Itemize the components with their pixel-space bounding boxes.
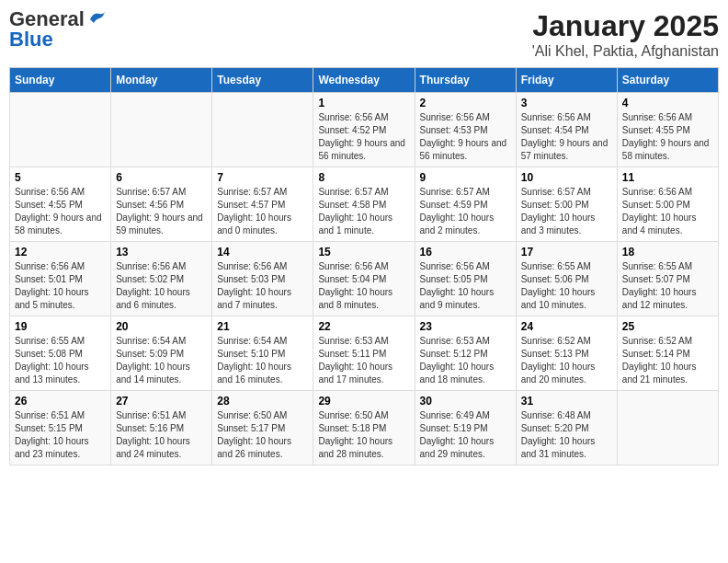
- day-info: Sunrise: 6:57 AM Sunset: 4:58 PM Dayligh…: [318, 186, 409, 237]
- day-info: Sunrise: 6:57 AM Sunset: 4:57 PM Dayligh…: [217, 186, 308, 237]
- day-number: 17: [521, 246, 612, 259]
- calendar-cell: [10, 93, 111, 167]
- day-info: Sunrise: 6:56 AM Sunset: 4:54 PM Dayligh…: [521, 111, 612, 163]
- day-number: 2: [420, 97, 511, 109]
- calendar-cell: 24Sunrise: 6:52 AM Sunset: 5:13 PM Dayli…: [516, 316, 617, 391]
- logo-blue-text: Blue: [9, 29, 53, 50]
- calendar-cell: 5Sunrise: 6:56 AM Sunset: 4:55 PM Daylig…: [10, 167, 111, 242]
- day-info: Sunrise: 6:57 AM Sunset: 5:00 PM Dayligh…: [521, 186, 612, 237]
- day-info: Sunrise: 6:52 AM Sunset: 5:13 PM Dayligh…: [521, 335, 612, 386]
- day-of-week-header: Tuesday: [212, 68, 313, 93]
- day-number: 27: [116, 395, 207, 408]
- calendar-cell: 21Sunrise: 6:54 AM Sunset: 5:10 PM Dayli…: [212, 316, 313, 391]
- day-number: 1: [318, 97, 409, 109]
- day-number: 16: [420, 246, 511, 259]
- calendar-week-row: 1Sunrise: 6:56 AM Sunset: 4:52 PM Daylig…: [10, 93, 719, 167]
- day-number: 5: [15, 171, 106, 184]
- day-info: Sunrise: 6:57 AM Sunset: 4:59 PM Dayligh…: [420, 186, 511, 237]
- day-info: Sunrise: 6:49 AM Sunset: 5:19 PM Dayligh…: [420, 409, 511, 461]
- calendar-week-row: 12Sunrise: 6:56 AM Sunset: 5:01 PM Dayli…: [10, 242, 719, 316]
- calendar-cell: 17Sunrise: 6:55 AM Sunset: 5:06 PM Dayli…: [516, 242, 617, 316]
- calendar-cell: 7Sunrise: 6:57 AM Sunset: 4:57 PM Daylig…: [212, 167, 313, 242]
- day-info: Sunrise: 6:55 AM Sunset: 5:07 PM Dayligh…: [622, 260, 713, 312]
- day-info: Sunrise: 6:54 AM Sunset: 5:10 PM Dayligh…: [217, 335, 308, 386]
- day-of-week-header: Wednesday: [313, 68, 415, 93]
- day-number: 21: [217, 320, 308, 333]
- calendar-cell: 23Sunrise: 6:53 AM Sunset: 5:12 PM Dayli…: [415, 316, 516, 391]
- calendar-cell: [617, 391, 718, 465]
- day-number: 24: [521, 320, 612, 333]
- day-info: Sunrise: 6:56 AM Sunset: 5:04 PM Dayligh…: [318, 260, 409, 312]
- calendar-cell: 9Sunrise: 6:57 AM Sunset: 4:59 PM Daylig…: [415, 167, 516, 242]
- day-number: 23: [420, 320, 511, 333]
- calendar-header-row: SundayMondayTuesdayWednesdayThursdayFrid…: [10, 68, 719, 93]
- logo: General Blue: [9, 9, 107, 50]
- day-number: 31: [521, 395, 612, 408]
- calendar-table: SundayMondayTuesdayWednesdayThursdayFrid…: [9, 67, 719, 465]
- calendar-week-row: 5Sunrise: 6:56 AM Sunset: 4:55 PM Daylig…: [10, 167, 719, 242]
- calendar-week-row: 19Sunrise: 6:55 AM Sunset: 5:08 PM Dayli…: [10, 316, 719, 391]
- day-number: 10: [521, 171, 612, 184]
- day-number: 9: [420, 171, 511, 184]
- day-number: 18: [622, 246, 713, 259]
- day-number: 11: [622, 171, 713, 184]
- day-number: 4: [622, 97, 713, 109]
- day-info: Sunrise: 6:56 AM Sunset: 5:03 PM Dayligh…: [217, 260, 308, 312]
- logo-general-text: General: [9, 9, 85, 29]
- calendar-cell: [212, 93, 313, 167]
- day-of-week-header: Monday: [111, 68, 212, 93]
- day-info: Sunrise: 6:52 AM Sunset: 5:14 PM Dayligh…: [622, 335, 713, 386]
- day-info: Sunrise: 6:53 AM Sunset: 5:11 PM Dayligh…: [318, 335, 409, 386]
- day-info: Sunrise: 6:53 AM Sunset: 5:12 PM Dayligh…: [420, 335, 511, 386]
- day-info: Sunrise: 6:57 AM Sunset: 4:56 PM Dayligh…: [116, 186, 207, 237]
- calendar-cell: 10Sunrise: 6:57 AM Sunset: 5:00 PM Dayli…: [516, 167, 617, 242]
- day-number: 13: [116, 246, 207, 259]
- day-number: 19: [15, 320, 106, 333]
- day-number: 22: [318, 320, 409, 333]
- day-number: 7: [217, 171, 308, 184]
- day-info: Sunrise: 6:56 AM Sunset: 5:00 PM Dayligh…: [622, 186, 713, 237]
- page-subtitle: 'Ali Khel, Paktia, Afghanistan: [532, 43, 719, 60]
- day-info: Sunrise: 6:56 AM Sunset: 4:52 PM Dayligh…: [318, 111, 409, 163]
- day-number: 3: [521, 97, 612, 109]
- day-number: 29: [318, 395, 409, 408]
- day-info: Sunrise: 6:56 AM Sunset: 4:55 PM Dayligh…: [15, 186, 106, 237]
- calendar-cell: 6Sunrise: 6:57 AM Sunset: 4:56 PM Daylig…: [111, 167, 212, 242]
- logo-bird-icon: [86, 10, 107, 29]
- day-of-week-header: Friday: [516, 68, 617, 93]
- calendar-cell: 19Sunrise: 6:55 AM Sunset: 5:08 PM Dayli…: [10, 316, 111, 391]
- day-info: Sunrise: 6:55 AM Sunset: 5:06 PM Dayligh…: [521, 260, 612, 312]
- page-title: January 2025: [532, 9, 719, 43]
- calendar-cell: 15Sunrise: 6:56 AM Sunset: 5:04 PM Dayli…: [313, 242, 415, 316]
- day-info: Sunrise: 6:56 AM Sunset: 4:55 PM Dayligh…: [622, 111, 713, 163]
- day-of-week-header: Sunday: [10, 68, 111, 93]
- calendar-cell: 31Sunrise: 6:48 AM Sunset: 5:20 PM Dayli…: [516, 391, 617, 465]
- day-number: 30: [420, 395, 511, 408]
- calendar-cell: [111, 93, 212, 167]
- calendar-cell: 14Sunrise: 6:56 AM Sunset: 5:03 PM Dayli…: [212, 242, 313, 316]
- calendar-cell: 8Sunrise: 6:57 AM Sunset: 4:58 PM Daylig…: [313, 167, 415, 242]
- page-header: General Blue January 2025 'Ali Khel, Pak…: [9, 9, 719, 60]
- calendar-cell: 3Sunrise: 6:56 AM Sunset: 4:54 PM Daylig…: [516, 93, 617, 167]
- calendar-cell: 1Sunrise: 6:56 AM Sunset: 4:52 PM Daylig…: [313, 93, 415, 167]
- day-number: 12: [15, 246, 106, 259]
- calendar-cell: 12Sunrise: 6:56 AM Sunset: 5:01 PM Dayli…: [10, 242, 111, 316]
- day-info: Sunrise: 6:54 AM Sunset: 5:09 PM Dayligh…: [116, 335, 207, 386]
- day-number: 8: [318, 171, 409, 184]
- day-info: Sunrise: 6:50 AM Sunset: 5:17 PM Dayligh…: [217, 409, 308, 461]
- day-number: 14: [217, 246, 308, 259]
- day-info: Sunrise: 6:56 AM Sunset: 5:05 PM Dayligh…: [420, 260, 511, 312]
- day-of-week-header: Thursday: [415, 68, 516, 93]
- day-info: Sunrise: 6:48 AM Sunset: 5:20 PM Dayligh…: [521, 409, 612, 461]
- day-of-week-header: Saturday: [617, 68, 718, 93]
- title-block: January 2025 'Ali Khel, Paktia, Afghanis…: [532, 9, 719, 60]
- calendar-cell: 13Sunrise: 6:56 AM Sunset: 5:02 PM Dayli…: [111, 242, 212, 316]
- day-number: 6: [116, 171, 207, 184]
- day-number: 20: [116, 320, 207, 333]
- calendar-cell: 4Sunrise: 6:56 AM Sunset: 4:55 PM Daylig…: [617, 93, 718, 167]
- day-info: Sunrise: 6:56 AM Sunset: 5:02 PM Dayligh…: [116, 260, 207, 312]
- day-number: 25: [622, 320, 713, 333]
- calendar-cell: 2Sunrise: 6:56 AM Sunset: 4:53 PM Daylig…: [415, 93, 516, 167]
- day-info: Sunrise: 6:56 AM Sunset: 4:53 PM Dayligh…: [420, 111, 511, 163]
- day-info: Sunrise: 6:51 AM Sunset: 5:15 PM Dayligh…: [15, 409, 106, 461]
